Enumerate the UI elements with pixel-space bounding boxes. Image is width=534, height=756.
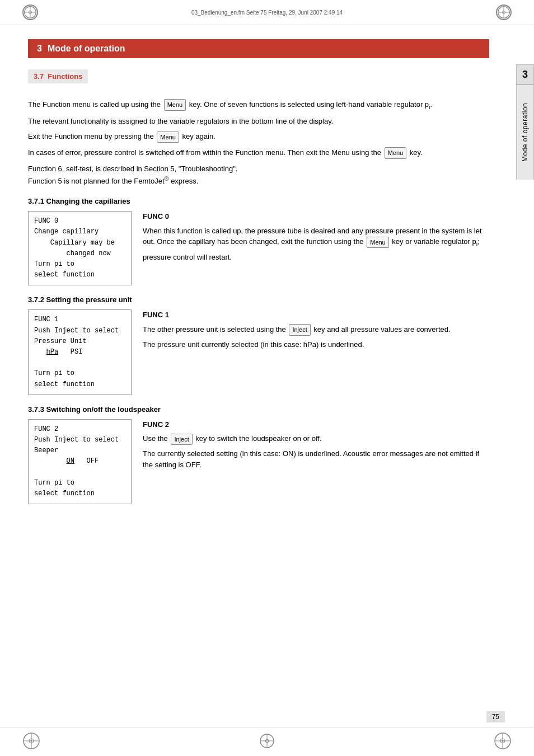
- func-2-text: Use the Inject key to switch the loudspe…: [143, 433, 489, 445]
- func-row-0: FUNC 0 Change capillary Capillary may be…: [28, 211, 489, 285]
- func-row-1: FUNC 1 Push Inject to select Pressure Un…: [28, 309, 489, 395]
- func-row-2: FUNC 2 Push Inject to select Beeper ON O…: [28, 419, 489, 504]
- func-box-0: FUNC 0 Change capillary Capillary may be…: [28, 211, 132, 285]
- chapter-number: 3: [37, 44, 42, 54]
- section-title: Functions: [48, 72, 82, 81]
- inject-key-1: Inject: [289, 324, 310, 336]
- side-number: 3: [516, 64, 534, 84]
- func-0-text: When this function is called up, the pre…: [143, 226, 489, 248]
- section-number: 3.7: [34, 72, 44, 81]
- bottom-center-icon: [259, 733, 275, 750]
- func-label-1: FUNC 1: [143, 309, 489, 321]
- menu-key-1: Menu: [164, 99, 186, 111]
- corner-circle-bl: [22, 732, 40, 752]
- intro-para-1: The Function menu is called up using the…: [28, 99, 489, 111]
- intro-para-3: Exit the Function menu by pressing the M…: [28, 131, 489, 143]
- header-file-info: 03_Bedienung_en.fm Seite 75 Freitag, 29.…: [49, 10, 485, 16]
- side-tab-text: Mode of operation: [516, 84, 534, 180]
- func-1-text2: The pressure unit currently selected (in…: [143, 339, 489, 350]
- intro-para-5: Function 6, self-test, is described in S…: [28, 163, 489, 187]
- menu-key-2: Menu: [157, 132, 179, 143]
- corner-circle-br: [494, 732, 512, 752]
- inject-key-2: Inject: [171, 434, 192, 445]
- func-desc-2: FUNC 2 Use the Inject key to switch the …: [143, 419, 489, 504]
- top-decoration: 03_Bedienung_en.fm Seite 75 Freitag, 29.…: [0, 0, 534, 25]
- subsection-372-title: 3.7.2 Setting the pressure unit: [28, 295, 489, 304]
- bottom-decoration: [0, 727, 534, 756]
- svg-point-12: [31, 740, 32, 742]
- svg-point-21: [502, 740, 504, 742]
- chapter-bar: 3 Mode of operation: [28, 39, 489, 58]
- func-box-1: FUNC 1 Push Inject to select Pressure Un…: [28, 309, 132, 395]
- main-content: 3 Mode of operation 3.7 Functions The Fu…: [0, 28, 534, 537]
- corner-circle-tr: [496, 4, 512, 20]
- func-desc-1: FUNC 1 The other pressure unit is select…: [143, 309, 489, 395]
- func-label-0: FUNC 0: [143, 211, 489, 222]
- func-box-2: FUNC 2 Push Inject to select Beeper ON O…: [28, 419, 132, 504]
- subsection-373-title: 3.7.3 Switching on/off the loudspeaker: [28, 405, 489, 414]
- intro-para-4: In cases of error, pressure control is s…: [28, 147, 489, 159]
- func-1-text: The other pressure unit is selected usin…: [143, 324, 489, 336]
- page-container: 03_Bedienung_en.fm Seite 75 Freitag, 29.…: [0, 0, 534, 756]
- func-2-text2: The currently selected setting (in this …: [143, 448, 489, 470]
- menu-key-4: Menu: [367, 237, 389, 248]
- func-0-text2: pressure control will restart.: [143, 252, 489, 263]
- corner-circle-tl: [22, 4, 38, 20]
- intro-para-2: The relevant functionality is assigned t…: [28, 116, 489, 127]
- func-label-2: FUNC 2: [143, 419, 489, 430]
- func-desc-0: FUNC 0 When this function is called up, …: [143, 211, 489, 285]
- side-tab-area: 3 Mode of operation: [516, 64, 534, 180]
- page-number: 75: [486, 711, 505, 722]
- chapter-title: Mode of operation: [48, 44, 125, 54]
- section-heading: 3.7 Functions: [28, 69, 88, 83]
- subsection-371-title: 3.7.1 Changing the capillaries: [28, 197, 489, 205]
- menu-key-3: Menu: [385, 147, 407, 159]
